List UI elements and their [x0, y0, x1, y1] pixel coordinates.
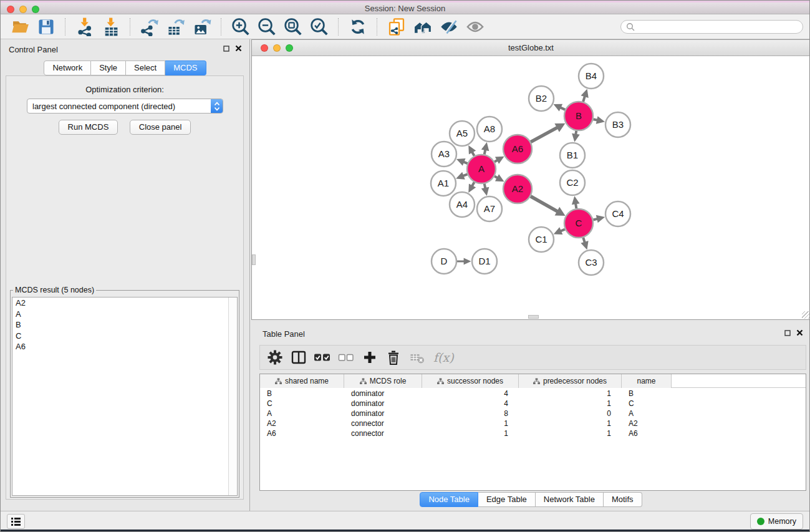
graph-edge-A6-B[interactable] — [531, 127, 558, 142]
column-header-name[interactable]: name — [622, 374, 672, 388]
task-history-button[interactable] — [7, 514, 25, 529]
export-table-button[interactable] — [165, 16, 186, 37]
table-cell[interactable]: B — [260, 389, 344, 399]
memory-button[interactable]: Memory — [750, 513, 803, 530]
control-panel: Control Panel NetworkStyleSelectMCDS Opt… — [1, 39, 250, 511]
mcds-result-item[interactable]: B — [12, 319, 237, 331]
network-canvas[interactable]: B4B2BB3A8A5A6B1A3AA1C2A2A4A7C4CC1C3DD1 — [252, 56, 810, 319]
tab-network-table[interactable]: Network Table — [536, 492, 604, 507]
table-cell[interactable]: A2 — [260, 418, 344, 428]
table-row[interactable]: A6connector11A6 — [260, 428, 806, 438]
table-cell[interactable]: 1 — [422, 428, 519, 438]
select-all-rows-button[interactable] — [314, 349, 331, 366]
table-row[interactable]: Adominator80A — [260, 409, 806, 418]
column-header-shared-name[interactable]: shared name — [260, 374, 344, 388]
export-image-button[interactable] — [191, 16, 213, 37]
table-cell[interactable]: C — [622, 399, 672, 409]
export-network-button[interactable] — [139, 16, 160, 37]
table-cell[interactable]: dominator — [344, 409, 422, 418]
close-panel-icon[interactable] — [796, 329, 803, 336]
search-icon — [626, 22, 635, 31]
float-panel-icon[interactable] — [223, 46, 229, 52]
mcds-result-list[interactable]: A2ABCA6 — [12, 297, 238, 496]
table-toolbar: f(x) — [259, 345, 806, 370]
resize-grip[interactable] — [802, 311, 809, 319]
delete-column-button[interactable] — [385, 349, 402, 366]
table-cell[interactable]: C — [260, 399, 344, 409]
tab-mcds[interactable]: MCDS — [165, 60, 206, 75]
mcds-result-item[interactable]: C — [12, 331, 237, 342]
table-cell[interactable]: 1 — [422, 418, 519, 428]
graph-edge-A2-C[interactable] — [531, 196, 558, 212]
hide-selected-button[interactable] — [438, 16, 460, 37]
graph-edge-arrowhead — [581, 89, 589, 99]
network-window-titlebar[interactable]: testGlobe.txt — [252, 40, 810, 56]
table-cell[interactable]: connector — [344, 418, 422, 428]
table-row[interactable]: A2connector11A2 — [260, 418, 806, 428]
table-cell[interactable]: 4 — [422, 389, 519, 399]
split-handle-vertical[interactable] — [252, 254, 256, 265]
table-cell[interactable]: A — [260, 409, 344, 418]
show-all-button[interactable] — [465, 16, 486, 37]
table-cell[interactable]: B — [622, 389, 672, 399]
tab-network[interactable]: Network — [44, 60, 91, 75]
zoom-selected-icon — [309, 17, 329, 37]
zoom-fit-button[interactable] — [282, 16, 304, 37]
delete-table-icon — [409, 349, 425, 365]
import-network-button[interactable] — [74, 16, 95, 37]
mcds-result-item[interactable]: A6 — [12, 341, 237, 352]
run-mcds-button[interactable]: Run MCDS — [59, 120, 118, 135]
deselect-all-rows-button[interactable] — [337, 349, 355, 366]
criterion-dropdown[interactable]: largest connected component (directed) — [27, 99, 223, 114]
tab-edge-table[interactable]: Edge Table — [478, 492, 536, 507]
home-button[interactable] — [412, 16, 433, 37]
tab-style[interactable]: Style — [91, 60, 126, 75]
tab-node-table[interactable]: Node Table — [420, 492, 478, 507]
column-header-successor-nodes[interactable]: successor nodes — [422, 374, 519, 388]
table-cell[interactable]: 8 — [422, 409, 519, 418]
network-view-window: testGlobe.txt B4B2BB3A8A5A6B1A3AA1C2A2A4… — [251, 39, 810, 320]
control-panel-title: Control Panel — [9, 45, 58, 54]
tab-select[interactable]: Select — [126, 60, 165, 75]
mcds-result-item[interactable]: A — [12, 309, 237, 320]
import-table-button[interactable] — [100, 16, 122, 37]
open-session-button[interactable] — [9, 16, 31, 37]
add-column-button[interactable] — [361, 349, 378, 366]
split-handle-horizontal[interactable] — [528, 315, 539, 319]
table-cell[interactable]: dominator — [344, 399, 422, 409]
table-cell[interactable]: 4 — [422, 399, 519, 409]
table-cell[interactable]: connector — [344, 428, 422, 438]
column-header-mcds-role[interactable]: MCDS role — [344, 374, 422, 388]
table-cell[interactable]: 1 — [519, 399, 622, 409]
zoom-in-button[interactable] — [230, 16, 251, 37]
table-cell[interactable]: dominator — [344, 389, 422, 399]
refresh-button[interactable] — [347, 16, 369, 37]
close-panel-button[interactable]: Close panel — [130, 120, 191, 135]
table-cell[interactable]: A6 — [622, 428, 672, 438]
table-settings-button[interactable] — [266, 349, 284, 366]
table-cell[interactable]: 1 — [519, 428, 622, 438]
save-session-button[interactable] — [36, 16, 57, 37]
table-cell[interactable]: 0 — [519, 409, 622, 418]
table-cell[interactable]: 1 — [519, 389, 622, 399]
search-input[interactable] — [638, 22, 798, 32]
tab-motifs[interactable]: Motifs — [604, 492, 642, 507]
table-cell[interactable]: A2 — [622, 418, 672, 428]
table-row[interactable]: Cdominator41C — [260, 399, 806, 409]
graph-node-label: D1 — [478, 256, 490, 266]
zoom-selected-button[interactable] — [309, 16, 330, 37]
table-row[interactable]: Bdominator41B — [260, 389, 806, 399]
table-cell[interactable]: 1 — [519, 418, 622, 428]
function-builder-button[interactable]: f(x) — [432, 349, 454, 366]
mcds-result-item[interactable]: A2 — [12, 297, 237, 309]
column-visibility-button[interactable] — [290, 349, 307, 366]
table-cell[interactable]: A6 — [260, 428, 344, 438]
close-panel-icon[interactable] — [235, 45, 242, 52]
table-cell[interactable]: A — [622, 409, 672, 418]
float-panel-icon[interactable] — [784, 330, 791, 336]
zoom-out-button[interactable] — [256, 16, 277, 37]
column-header-predecessor-nodes[interactable]: predecessor nodes — [519, 374, 622, 388]
list-scrollbar[interactable] — [228, 297, 237, 495]
copy-network-button[interactable] — [386, 16, 407, 37]
delete-table-button[interactable] — [408, 349, 426, 366]
